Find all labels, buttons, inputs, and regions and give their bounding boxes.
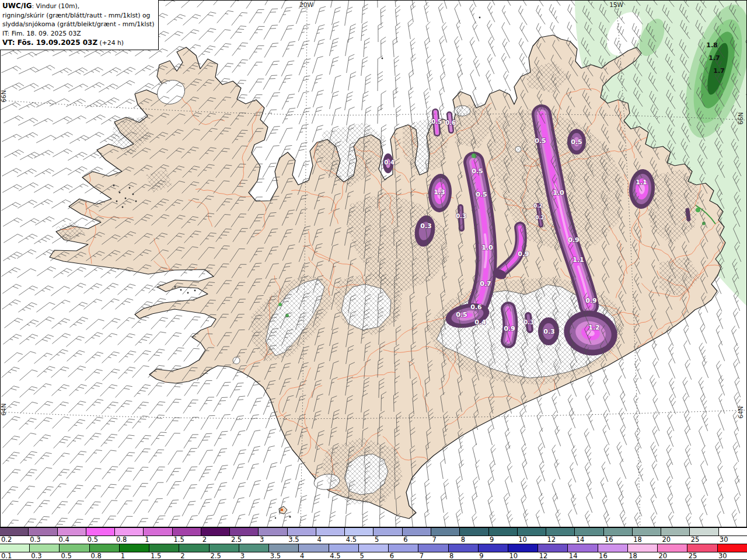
colorbar-legend: 0.20.30.40.50.811.522.533.544.5567891012… [0,527,747,560]
colorbar-tick-label: 2 [201,536,230,544]
rain-value-label: 1.8 [706,41,718,49]
precip-value-label: 0.9 [518,250,529,258]
colorbar-tick-label: 4.5 [345,536,374,544]
colorbar-tick-label: 12 [538,552,568,559]
precip-value-label: 0.5 [431,118,442,125]
colorbar-tick-label: 14 [575,536,603,544]
graticule-label: 66N [737,112,744,124]
colorbar-segment [598,544,628,552]
colorbar-tick-label: 10 [508,552,537,559]
title-line-5: VT: Fös. 19.09.2025 03Z (+24 h) [2,38,155,48]
colorbar-tick-label: 6 [389,552,418,559]
precip-value-label: 0.6 [445,120,456,126]
precip-value-label: 0.3 [456,213,466,219]
colorbar-segment [418,544,448,552]
weather-map-product: 20W15W66N66N64N64N0.50.51.00.70.60.50.40… [0,0,747,560]
colorbar-segment [120,544,149,552]
colorbar-tick-label: 1 [120,552,149,559]
precip-value-label: 1.2 [588,324,600,331]
colorbar-segment [718,544,747,552]
title-line-3: slydda/snjókoma (grátt/bleikt/grænt - mm… [2,20,155,29]
colorbar-tick-label: 20 [661,536,689,544]
precip-value-label: 0.9 [504,325,515,332]
precip-value-label: 1.1 [636,178,647,186]
colorbar-tick-label: 2 [179,552,209,559]
colorbar-segment [449,544,479,552]
colorbar-tick-label: 8 [460,536,488,544]
colorbar-tick-label: 18 [627,552,657,559]
colorbar-segment [86,528,115,536]
colorbar-tick-label: 0.3 [29,536,57,544]
precip-value-label: 0.9 [568,236,580,244]
colorbar-segment [201,528,230,536]
colorbar-tick-label: 3.5 [269,552,299,559]
colorbar-tick-label: 16 [598,552,627,559]
colorbar-tick-label: 16 [603,536,632,544]
colorbar-segment [389,544,418,552]
colorbar-tick-label: 6 [402,536,431,544]
colorbar-segment [460,528,488,536]
precip-value-label: 1.3 [434,188,445,196]
precip-value-label: 0.5 [476,191,487,198]
colorbar-segment [30,544,60,552]
colorbar-tick-label: 1.5 [172,536,201,544]
precip-value-label: 0.7 [480,280,491,288]
colorbar-segment [58,528,86,536]
colorbar-segment [687,544,717,552]
precip-value-label: 0.5 [456,311,467,318]
colorbar-segment [508,544,538,552]
colorbar-tick-label: 0.8 [115,536,144,544]
colorbar-segment [661,528,690,536]
colorbar-segment [259,528,287,536]
colorbar-tick-label: 14 [568,552,598,559]
sleet-snow-colorbar [0,527,747,536]
colorbar-segment [719,528,747,536]
colorbar-tick-label: 9 [488,536,517,544]
colorbar-tick-label: 3 [259,536,287,544]
colorbar-tick-label: 8 [448,552,478,559]
iceland-weather-map: 20W15W66N66N64N64N0.50.51.00.70.60.50.40… [0,0,747,527]
colorbar-segment [431,528,460,536]
colorbar-tick-label: 0.1 [0,552,30,559]
rain-colorbar [0,544,747,552]
colorbar-segment [210,544,239,552]
colorbar-segment [345,528,374,536]
precip-value-label: 0.4 [384,159,395,166]
precip-value-label: 0.5 [472,167,483,175]
colorbar-tick-label: 2.5 [230,536,259,544]
precip-value-label: 0.2 [535,215,544,220]
colorbar-segment [575,528,603,536]
colorbar-segment [403,528,431,536]
colorbar-tick-label: 30 [717,552,747,559]
colorbar-segment [359,544,389,552]
colorbar-segment [29,528,57,536]
graticule-label: 15W [609,1,623,8]
rain-value-label: 1.7 [708,54,720,62]
graticule-label: 64N [0,403,7,415]
colorbar-tick-label: 9 [478,552,508,559]
rain-value-label: 1.7 [713,67,725,75]
colorbar-segment [316,528,345,536]
colorbar-tick-label: 18 [632,536,661,544]
colorbar-tick-label: 3 [239,552,269,559]
colorbar-tick-label: 0.2 [0,536,29,544]
precip-value-label: 0.6 [470,303,482,311]
colorbar-segment [288,528,316,536]
colorbar-segment [546,528,575,536]
colorbar-tick-label: 5 [358,552,388,559]
title-box: UWC/IG: Vindur (10m), rigning/skúrir (gr… [0,0,159,50]
colorbar-tick-label: 12 [546,536,574,544]
colorbar-segment [658,544,687,552]
title-line-2: rigning/skúrir (grænt/blátt/rautt - mm/1… [2,11,155,20]
precip-value-label: 0.3 [543,328,555,335]
precip-value-label: 0.4 [474,318,486,326]
colorbar-segment [144,528,172,536]
colorbar-tick-label: 25 [687,552,717,559]
colorbar-segment [518,528,546,536]
title-line-1: UWC/IG: Vindur (10m), [2,1,155,11]
precip-value-label: 1.1 [573,256,584,264]
colorbar-segment [149,544,179,552]
colorbar-tick-label: 0.3 [30,552,60,559]
graticule-label: 66N [0,90,7,102]
precip-value-label: 0.3 [420,222,432,230]
